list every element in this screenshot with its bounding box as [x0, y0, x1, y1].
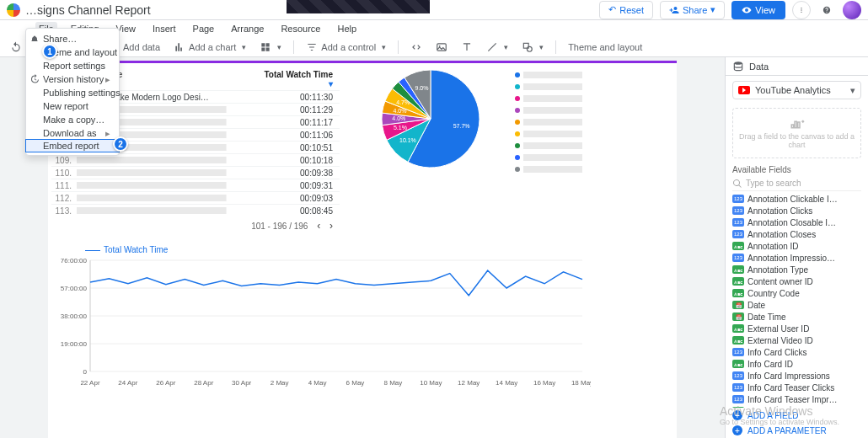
field-item[interactable]: ᴀʙᴄExternal Video ID	[729, 334, 865, 346]
menu-resource[interactable]: Resource	[277, 22, 324, 35]
svg-point-1	[801, 9, 801, 10]
text-tool[interactable]	[456, 39, 478, 56]
shape-tool[interactable]	[517, 39, 549, 56]
field-item[interactable]: ᴀʙᴄContent owner ID	[729, 275, 865, 287]
grid-icon	[260, 41, 271, 53]
table-col-metric[interactable]: Total Watch Time	[264, 70, 340, 88]
shape-icon	[522, 41, 533, 53]
help-button[interactable]	[817, 1, 836, 19]
file-menu-item[interactable]: Publishing settings	[26, 86, 119, 99]
field-item[interactable]: 123Annotation Impressio…	[729, 252, 865, 264]
field-item[interactable]: ᴀʙᴄAnnotation Type	[729, 264, 865, 275]
reset-button[interactable]: ↶Reset	[599, 1, 653, 19]
add-chart-icon	[790, 117, 805, 132]
svg-text:26 Apr: 26 Apr	[156, 379, 175, 387]
field-item[interactable]: ᴀʙᴄInfo Card ID	[729, 358, 865, 370]
data-source-select[interactable]: YouTube Analytics	[732, 81, 861, 99]
field-item[interactable]: ᴀʙᴄAnnotation ID	[729, 240, 865, 252]
field-drop-target[interactable]: Drag a field to the canvas to add a char…	[732, 108, 861, 158]
youtube-icon	[738, 86, 750, 94]
svg-text:28 Apr: 28 Apr	[194, 379, 213, 387]
line-chart[interactable]: Total Watch Time 019:00:0038:00:0057:00:…	[51, 245, 591, 405]
table-row[interactable]: 113.■00:08:45	[51, 204, 340, 216]
pie-legend-item	[515, 83, 582, 90]
menu-arrange[interactable]: Arrange	[228, 22, 267, 35]
filter-icon	[306, 41, 318, 53]
field-item[interactable]: 📅Date	[729, 299, 865, 311]
svg-text:38:00:00: 38:00:00	[61, 312, 88, 320]
field-item[interactable]: 123Info Card Teaser Impr…	[729, 393, 865, 405]
pie-legend-item	[515, 131, 582, 137]
code-icon	[410, 41, 422, 53]
text-icon	[461, 41, 473, 53]
svg-text:0: 0	[83, 368, 88, 376]
file-menu-item[interactable]: Embed report	[25, 139, 120, 152]
pie-legend-item	[515, 154, 582, 161]
file-menu-item[interactable]: Version history	[26, 72, 119, 86]
community-viz-button[interactable]	[255, 39, 287, 56]
table-row[interactable]: 110.■00:09:38	[51, 166, 340, 179]
file-menu-item[interactable]: Theme and layout	[26, 45, 119, 59]
field-item[interactable]: 123Info Card Impressions	[729, 370, 865, 382]
field-item[interactable]: 123Annotation Closes	[729, 228, 865, 240]
line-legend: Total Watch Time	[85, 245, 168, 254]
svg-text:16 May: 16 May	[533, 379, 555, 387]
undo-button[interactable]	[5, 39, 27, 56]
pie-legend-item	[515, 72, 582, 78]
embed-tool[interactable]	[405, 39, 427, 56]
svg-point-40	[734, 61, 742, 65]
field-item[interactable]: 123Info Card Teaser Clicks	[729, 382, 865, 393]
pie-chart[interactable]: 57.7%10.1%5.1%4.0%4.0%4.7%9.0%	[380, 68, 633, 237]
svg-text:57.7%: 57.7%	[453, 123, 470, 129]
menu-insert[interactable]: Insert	[149, 22, 179, 35]
share-button[interactable]: Share ▾	[660, 1, 725, 19]
svg-text:76:00:00: 76:00:00	[61, 257, 88, 264]
file-menu-item[interactable]: New report	[26, 99, 119, 113]
field-item[interactable]: 📅Date Time	[729, 311, 865, 323]
person-add-icon	[669, 5, 679, 15]
more-options-button[interactable]	[792, 1, 811, 19]
menu-page[interactable]: Page	[190, 22, 218, 35]
report-canvas[interactable]: Video Title Total Watch Time 104.How to …	[48, 61, 677, 438]
pager-prev[interactable]: ‹	[317, 220, 320, 232]
field-item[interactable]: ᴀʙᴄCountry Code	[729, 287, 865, 299]
data-panel-title: Data	[749, 61, 769, 72]
line-tool[interactable]	[481, 39, 513, 56]
svg-text:57:00:00: 57:00:00	[61, 285, 88, 292]
file-menu-item[interactable]: Report settings	[26, 59, 119, 72]
chart-icon	[174, 41, 185, 53]
app-logo	[7, 3, 20, 17]
svg-text:4.0%: 4.0%	[392, 115, 405, 121]
svg-text:14 May: 14 May	[496, 379, 517, 387]
image-icon	[436, 41, 447, 53]
doc-title[interactable]: …signs Channel Report	[25, 3, 151, 17]
file-menu-item[interactable]: Make a copy…	[26, 113, 119, 126]
field-item[interactable]: 123Annotation Closable I…	[729, 216, 865, 228]
user-avatar[interactable]	[843, 1, 861, 19]
file-menu-item[interactable]: Share…	[26, 32, 119, 45]
menu-help[interactable]: Help	[334, 22, 360, 35]
add-chart-button[interactable]: Add a chart	[169, 39, 251, 56]
svg-text:30 Apr: 30 Apr	[232, 379, 251, 387]
image-tool[interactable]	[431, 39, 453, 56]
available-fields-header: Available Fields	[726, 162, 868, 174]
svg-text:5.1%: 5.1%	[394, 125, 407, 131]
dots-vertical-icon	[798, 4, 805, 16]
view-button[interactable]: View	[731, 1, 785, 19]
svg-text:4 May: 4 May	[308, 379, 327, 387]
pager-next[interactable]: ›	[330, 220, 333, 232]
field-item[interactable]: 123Info Card Clicks	[729, 346, 865, 358]
field-item[interactable]: 123Annotation Clicks	[729, 205, 865, 216]
add-control-button[interactable]: Add a control	[301, 39, 391, 56]
table-row[interactable]: 112.■00:09:03	[51, 191, 340, 204]
field-item[interactable]: ᴀʙᴄExternal User ID	[729, 323, 865, 334]
svg-text:24 Apr: 24 Apr	[118, 379, 137, 387]
field-search-input[interactable]: Type to search	[732, 176, 861, 191]
theme-layout-button[interactable]: Theme and layout	[563, 39, 647, 56]
add-field-button[interactable]: +ADD A FIELD	[726, 408, 868, 423]
table-row[interactable]: 111.■00:09:31	[51, 179, 340, 191]
add-parameter-button[interactable]: +ADD A PARAMETER	[726, 423, 868, 438]
file-menu-item[interactable]: Download as	[26, 126, 119, 140]
field-item[interactable]: 123Annotation Clickable I…	[729, 193, 865, 205]
pie-legend-item	[515, 142, 582, 149]
